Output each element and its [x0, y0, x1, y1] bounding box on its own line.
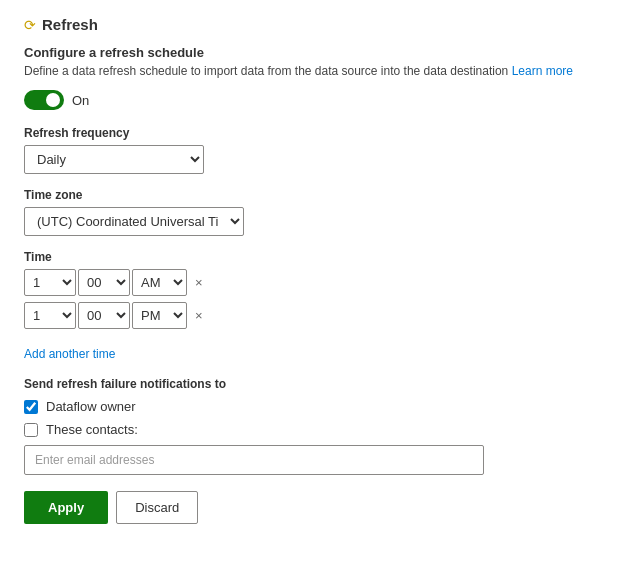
- frequency-label: Refresh frequency: [24, 126, 593, 140]
- toggle-slider: [24, 90, 64, 110]
- time2-ampm-select[interactable]: AM PM: [132, 302, 187, 329]
- discard-button[interactable]: Discard: [116, 491, 198, 524]
- description-text: Define a data refresh schedule to import…: [24, 64, 593, 78]
- time1-minute-select[interactable]: 00 153045: [78, 269, 130, 296]
- toggle-row: On: [24, 90, 593, 110]
- owner-checkbox-row: Dataflow owner: [24, 399, 593, 414]
- page-title: Refresh: [42, 16, 98, 33]
- frequency-select[interactable]: Daily Weekly: [24, 145, 204, 174]
- refresh-toggle[interactable]: [24, 90, 64, 110]
- timezone-label: Time zone: [24, 188, 593, 202]
- learn-more-link[interactable]: Learn more: [512, 64, 573, 78]
- time2-hour-select[interactable]: 1 2345 6789 101112: [24, 302, 76, 329]
- refresh-icon: ⟳: [24, 17, 36, 33]
- button-row: Apply Discard: [24, 491, 593, 524]
- add-time-link[interactable]: Add another time: [24, 347, 115, 361]
- notifications-group: Send refresh failure notifications to Da…: [24, 377, 593, 475]
- email-input[interactable]: [24, 445, 484, 475]
- timezone-select[interactable]: (UTC) Coordinated Universal Time (UTC-05…: [24, 207, 244, 236]
- frequency-group: Refresh frequency Daily Weekly: [24, 126, 593, 174]
- owner-label: Dataflow owner: [46, 399, 136, 414]
- time-row-2: 1 2345 6789 101112 00 153045 AM PM ×: [24, 302, 593, 329]
- time-row-1: 1 2345 6789 101112 00 153045 AM PM ×: [24, 269, 593, 296]
- section-title: Configure a refresh schedule: [24, 45, 593, 60]
- time1-ampm-select[interactable]: AM PM: [132, 269, 187, 296]
- apply-button[interactable]: Apply: [24, 491, 108, 524]
- toggle-label: On: [72, 93, 89, 108]
- time-group: Time 1 2345 6789 101112 00 153045 AM PM …: [24, 250, 593, 329]
- timezone-group: Time zone (UTC) Coordinated Universal Ti…: [24, 188, 593, 236]
- time1-hour-select[interactable]: 1 2345 6789 101112: [24, 269, 76, 296]
- contacts-checkbox[interactable]: [24, 423, 38, 437]
- time2-close-icon[interactable]: ×: [191, 306, 207, 325]
- contacts-label: These contacts:: [46, 422, 138, 437]
- owner-checkbox[interactable]: [24, 400, 38, 414]
- time2-minute-select[interactable]: 00 153045: [78, 302, 130, 329]
- page-header: ⟳ Refresh: [24, 16, 593, 33]
- notifications-label: Send refresh failure notifications to: [24, 377, 593, 391]
- time1-close-icon[interactable]: ×: [191, 273, 207, 292]
- time-label: Time: [24, 250, 593, 264]
- contacts-checkbox-row: These contacts:: [24, 422, 593, 437]
